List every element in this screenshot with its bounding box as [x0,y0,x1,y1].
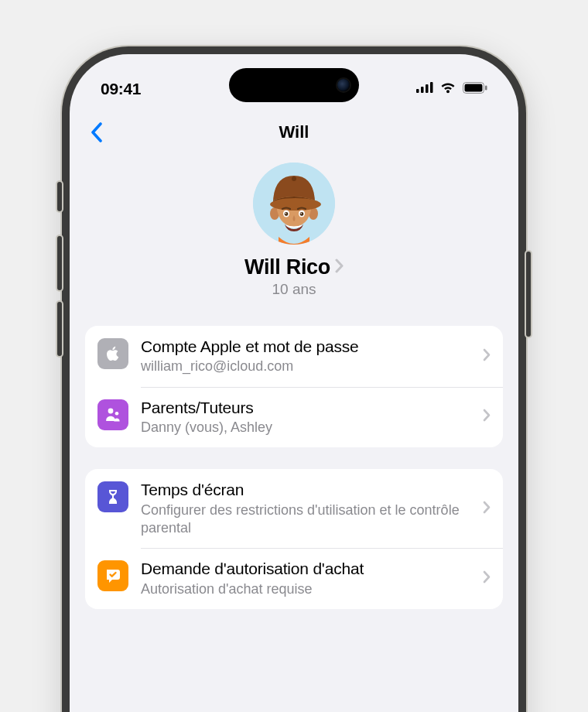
side-button [57,236,62,290]
settings-group: Compte Apple et mot de passe william_ric… [85,326,503,447]
side-button [57,182,62,211]
row-title: Compte Apple et mot de passe [141,337,477,357]
profile-name: Will Rico [244,255,330,279]
row-apple-account[interactable]: Compte Apple et mot de passe william_ric… [85,326,503,387]
row-body: Demande d'autorisation d'achat Autorisat… [141,559,477,598]
svg-rect-3 [430,82,433,93]
phone-frame: 09:41 Will [62,46,526,712]
hourglass-icon [97,481,128,512]
svg-rect-1 [421,87,424,93]
row-title: Temps d'écran [141,480,477,500]
row-title: Parents/Tuteurs [141,398,477,418]
nav-bar: Will [70,110,518,155]
svg-rect-6 [485,85,487,90]
row-body: Parents/Tuteurs Danny (vous), Ashley [141,398,477,437]
avatar [253,163,335,245]
wifi-icon [439,81,456,97]
svg-point-16 [285,213,287,214]
row-subtitle: Danny (vous), Ashley [141,419,477,436]
row-subtitle: Autorisation d'achat requise [141,580,477,598]
settings-group: Temps d'écran Configurer des restriction… [85,469,503,609]
profile-age: 10 ans [272,281,316,298]
ask-to-buy-icon [97,560,128,591]
dynamic-island [229,68,359,102]
svg-point-15 [300,212,304,216]
row-subtitle: william_rico@icloud.com [141,358,477,375]
chevron-right-icon [483,501,491,517]
row-ask-to-buy[interactable]: Demande d'autorisation d'achat Autorisat… [85,548,503,609]
svg-rect-5 [465,84,483,91]
row-body: Temps d'écran Configurer des restriction… [141,480,477,537]
chevron-right-icon [483,348,491,365]
profile-header: Will Rico 10 ans [85,163,503,298]
screen: 09:41 Will [70,54,518,712]
row-body: Compte Apple et mot de passe william_ric… [141,337,477,376]
profile-name-button[interactable]: Will Rico [244,255,344,279]
svg-point-14 [285,212,289,216]
svg-point-11 [270,198,321,211]
content: Will Rico 10 ans Compte Apple et mot de … [70,163,518,631]
battery-icon [463,82,487,97]
chevron-left-icon [91,122,103,142]
status-indicators [416,81,487,97]
chevron-right-icon [335,258,344,276]
row-screen-time[interactable]: Temps d'écran Configurer des restriction… [85,469,503,548]
parents-icon [97,399,128,430]
camera-dot [337,79,350,91]
nav-title: Will [279,122,309,142]
svg-point-10 [292,176,296,181]
svg-point-19 [115,412,119,416]
row-title: Demande d'autorisation d'achat [141,559,477,579]
row-subtitle: Configurer des restrictions d'utilisatio… [141,501,477,538]
cellular-icon [416,82,433,96]
chevron-right-icon [483,570,491,587]
back-button[interactable] [84,119,110,145]
chevron-right-icon [483,409,491,425]
side-button [526,252,531,337]
svg-rect-2 [426,84,429,93]
row-parents-guardians[interactable]: Parents/Tuteurs Danny (vous), Ashley [85,387,503,448]
side-button [57,302,62,356]
svg-point-17 [301,213,303,214]
svg-point-18 [108,408,114,413]
svg-rect-0 [416,89,419,93]
status-time: 09:41 [101,80,141,98]
apple-icon [97,338,128,369]
